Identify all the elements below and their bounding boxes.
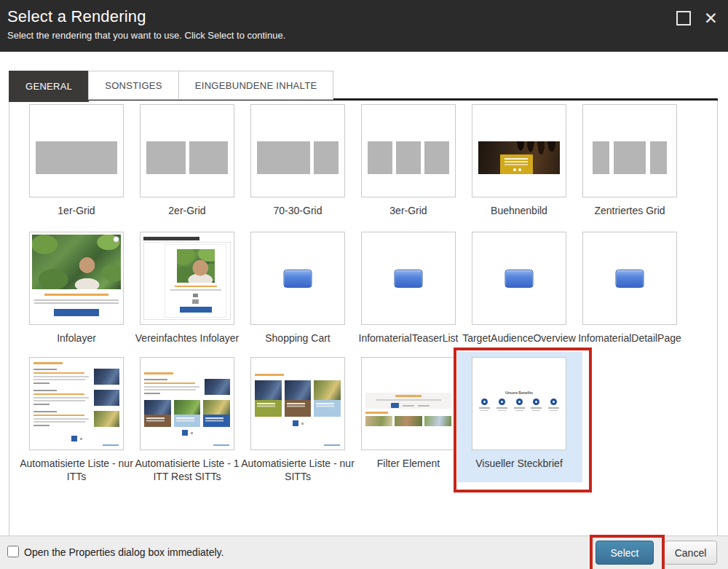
rendering-label: Automatisierte Liste - nur ITTs <box>18 457 135 484</box>
thumb-article <box>33 411 119 427</box>
thumb-benefits-title: Unsere Benefits <box>472 391 566 395</box>
stage-yellow-card <box>500 154 533 174</box>
rendering-item-automatisierte-liste-1-itt-rest-sitts[interactable]: Automatisierte Liste - 1 ITT Rest SITTs <box>132 357 242 514</box>
rendering-item-2er-grid[interactable]: 2er-Grid <box>132 104 242 232</box>
rendering-label: Zentriertes Grid <box>571 204 688 217</box>
rendering-item-shopping-cart[interactable]: Shopping Cart <box>242 232 353 357</box>
thumb-card <box>255 380 282 417</box>
benefit-icon <box>495 399 509 411</box>
open-properties-label: Open the Properties dialog box immediate… <box>24 546 223 558</box>
rendering-label: InfomaterialDetailPage <box>571 331 688 345</box>
thumb-cards <box>144 400 230 427</box>
rendering-label: Buehnenbild <box>461 204 577 217</box>
thumb-heading-line <box>365 412 388 414</box>
rendering-thumbnail <box>582 104 677 197</box>
thumb-more-link <box>324 444 340 446</box>
rendering-item-automatisierte-liste-nur-sitts[interactable]: Automatisierte Liste - nur SITTs <box>242 357 353 514</box>
rendering-thumbnail <box>361 232 456 325</box>
rendering-label: Vereinfachtes Infolayer <box>129 331 245 345</box>
rendering-item-visueller-steckbrief[interactable]: Unsere Benefits Visueller Steckbrief <box>464 357 574 514</box>
thumb-card <box>285 380 312 417</box>
rendering-item-vereinfachtes-infolayer[interactable]: Vereinfachtes Infolayer <box>132 232 242 357</box>
rendering-thumbnail <box>140 357 234 450</box>
component-icon <box>395 270 423 288</box>
rendering-thumbnail <box>140 232 234 325</box>
tab-sonstiges[interactable]: SONSTIGES <box>88 71 179 100</box>
rendering-label: Filter Element <box>350 457 467 470</box>
thumb-heading-line <box>255 374 284 376</box>
tab-general[interactable]: GENERAL <box>9 71 89 102</box>
tab-bar: GENERAL SONSTIGES EINGEBUNDENE INHALTE <box>9 71 333 102</box>
rendering-item-buehnenbild[interactable]: Buehnenbild <box>464 104 574 232</box>
rendering-label: Shopping Cart <box>240 331 356 345</box>
rendering-label: Visueller Steckbrief <box>461 457 577 470</box>
close-icon[interactable]: ✕ <box>704 11 718 25</box>
rendering-thumbnail <box>472 232 566 325</box>
thumb-card <box>144 400 171 427</box>
thumb-photo <box>94 390 119 406</box>
rendering-thumbnail <box>29 104 124 197</box>
placeholder-bar <box>36 141 117 174</box>
rendering-item-infomaterialteaserlist[interactable]: InfomaterialTeaserList <box>353 232 464 357</box>
placeholder-bars <box>368 141 449 174</box>
benefit-icon <box>478 399 491 411</box>
tab-eingebundene-inhalte[interactable]: EINGEBUNDENE INHALTE <box>178 71 334 100</box>
select-button[interactable]: Select <box>596 541 654 565</box>
rendering-item-filter-element[interactable]: Filter Element <box>353 357 464 514</box>
rendering-label: 3er-Grid <box>350 204 467 217</box>
rendering-thumbnail <box>472 104 566 197</box>
thumb-heading-line <box>175 286 217 287</box>
rendering-thumbnail <box>29 232 124 325</box>
placeholder-bars <box>36 141 117 174</box>
rendering-label: TargetAudienceOverview <box>461 331 577 345</box>
benefit-icon <box>547 399 561 411</box>
rendering-item-zentriertes-grid[interactable]: Zentriertes Grid <box>574 104 685 232</box>
rendering-item-infolayer[interactable]: Infolayer <box>21 232 132 357</box>
thumb-photo <box>205 379 230 395</box>
open-properties-checkbox[interactable] <box>7 546 19 557</box>
placeholder-bars <box>593 141 667 174</box>
stage-photo <box>478 141 560 174</box>
thumb-text-block <box>33 390 91 406</box>
rendering-item-3er-grid[interactable]: 3er-Grid <box>353 104 464 232</box>
rendering-thumbnail <box>250 232 345 325</box>
rendering-label: Automatisierte Liste - nur SITTs <box>240 457 356 484</box>
thumb-text-line <box>376 399 441 401</box>
thumb-photo <box>177 249 214 283</box>
rendering-label: Infolayer <box>18 331 135 345</box>
benefit-icon <box>513 399 526 411</box>
rendering-label: 1er-Grid <box>18 204 135 217</box>
thumb-button <box>54 309 99 316</box>
rendering-item-infomaterialdetailpage[interactable]: InfomaterialDetailPage <box>574 232 685 357</box>
component-icon <box>505 270 534 288</box>
placeholder-bar <box>614 141 646 174</box>
thumb-text-block <box>33 411 91 427</box>
rendering-grid: 1er-Grid 2er-Grid 70-30-Grid 3er-Grid <box>21 104 685 514</box>
dialog-subtitle: Select the rendering that you want to us… <box>7 30 285 41</box>
thumb-page <box>255 372 341 447</box>
rendering-thumbnail <box>140 104 234 197</box>
placeholder-bars <box>257 141 339 174</box>
maximize-icon[interactable] <box>676 11 691 25</box>
dialog-header: Select a Rendering Select the rendering … <box>0 0 728 52</box>
thumb-card <box>314 380 341 417</box>
thumb-page <box>33 361 119 447</box>
thumb-pagination <box>255 420 341 426</box>
cancel-button[interactable]: Cancel <box>664 541 717 565</box>
thumb-more-link <box>213 444 229 446</box>
thumb-heading-line <box>33 362 63 364</box>
rendering-item-1er-grid[interactable]: 1er-Grid <box>21 104 132 232</box>
dialog-footer: Open the Properties dialog box immediate… <box>0 535 728 569</box>
component-icon <box>284 270 312 288</box>
rendering-item-targetaudienceoverview[interactable]: TargetAudienceOverview <box>464 232 574 357</box>
placeholder-bar <box>146 141 186 174</box>
thumb-text-lines <box>34 299 119 301</box>
close-icon <box>113 236 119 243</box>
rendering-item-70-30-grid[interactable]: 70-30-Grid <box>242 104 353 232</box>
placeholder-bar <box>368 141 392 174</box>
thumb-pagination <box>144 430 230 436</box>
rendering-label: 2er-Grid <box>129 204 245 217</box>
placeholder-bar <box>424 141 449 174</box>
thumb-photo <box>94 411 119 427</box>
rendering-item-automatisierte-liste-nur-itts[interactable]: Automatisierte Liste - nur ITTs <box>21 357 132 514</box>
